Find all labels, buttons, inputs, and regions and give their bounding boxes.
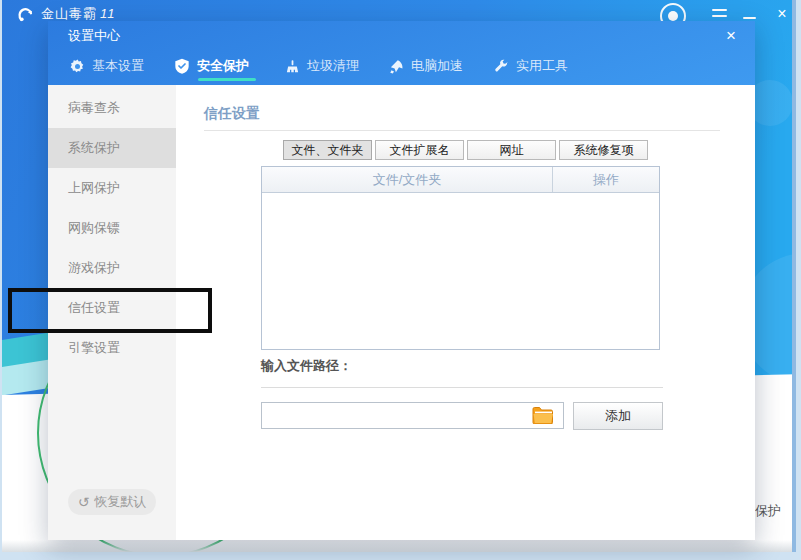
tab-basic-settings[interactable]: 基本设置: [70, 54, 144, 78]
wrench-icon: [494, 59, 509, 74]
app-logo-icon: [16, 5, 34, 23]
folder-icon[interactable]: [532, 407, 554, 424]
background-partial-text: 保护: [755, 502, 781, 520]
urls-button[interactable]: 网址: [467, 140, 556, 160]
gear-icon: [70, 59, 85, 74]
tab-label: 实用工具: [516, 57, 568, 75]
sidebar-item-system-protection[interactable]: 系统保护: [48, 128, 176, 168]
sidebar-item-internet-protection[interactable]: 上网保护: [48, 168, 176, 208]
tab-junk-cleanup[interactable]: 垃圾清理: [285, 54, 359, 78]
table-header-row: 文件/文件夹 操作: [262, 167, 659, 193]
trusted-items-table: 文件/文件夹 操作: [261, 166, 660, 350]
heading-divider: [204, 130, 720, 131]
sidebar-item-virus-scan[interactable]: 病毒查杀: [48, 88, 176, 128]
file-path-input[interactable]: [266, 404, 531, 427]
reset-icon: ↺: [78, 495, 90, 509]
tab-security-protection[interactable]: 安全保护: [174, 54, 249, 78]
column-header-file-folder: 文件/文件夹: [262, 167, 553, 192]
sidebar-item-engine-settings[interactable]: 引擎设置: [48, 328, 176, 368]
dialog-close-icon[interactable]: ×: [721, 26, 741, 46]
tab-label: 电脑加速: [411, 57, 463, 75]
sidebar-item-shopping-guard[interactable]: 网购保镖: [48, 208, 176, 248]
close-window-button[interactable]: ×: [772, 4, 792, 24]
sidebar: 病毒查杀 系统保护 上网保护 网购保镖 游戏保护 信任设置 引擎设置 ↺ 恢复默…: [48, 85, 176, 540]
trust-settings-panel: 信任设置 文件、文件夹 文件扩展名 网址 系统修复项 文件/文件夹 操作 输入文…: [176, 85, 755, 540]
settings-dialog: 设置中心 × 基本设置 安全保护: [48, 21, 755, 540]
window-bottom-fade: [2, 540, 796, 552]
main-menu-icon[interactable]: [712, 9, 727, 21]
system-repair-items-button[interactable]: 系统修复项: [559, 140, 648, 160]
tab-utilities[interactable]: 实用工具: [494, 54, 568, 78]
sidebar-item-game-protection[interactable]: 游戏保护: [48, 248, 176, 288]
dialog-header: 设置中心 × 基本设置 安全保护: [48, 21, 755, 85]
minimize-button[interactable]: [743, 17, 756, 19]
rocket-icon: [389, 59, 404, 74]
restore-defaults-label: 恢复默认: [94, 493, 146, 511]
shield-check-icon: [174, 58, 190, 74]
file-extensions-button[interactable]: 文件扩展名: [375, 140, 464, 160]
broom-icon: [285, 59, 300, 74]
column-header-operation: 操作: [553, 167, 659, 192]
tab-pc-speedup[interactable]: 电脑加速: [389, 54, 463, 78]
sidebar-item-trust-settings[interactable]: 信任设置: [48, 288, 176, 328]
file-path-field: [261, 402, 564, 429]
trust-type-buttons: 文件、文件夹 文件扩展名 网址 系统修复项: [283, 140, 648, 160]
tab-label: 基本设置: [92, 57, 144, 75]
window-edge: [792, 0, 796, 552]
restore-defaults-button[interactable]: ↺ 恢复默认: [68, 489, 156, 515]
add-button[interactable]: 添加: [573, 402, 663, 430]
table-body-empty: [262, 193, 659, 350]
file-path-label: 输入文件路径：: [261, 357, 352, 375]
active-tab-underline: [198, 78, 256, 81]
path-section-divider: [261, 387, 663, 388]
files-folders-button[interactable]: 文件、文件夹: [283, 140, 372, 160]
tab-label: 垃圾清理: [307, 57, 359, 75]
page-title: 信任设置: [204, 105, 260, 123]
dialog-title: 设置中心: [68, 27, 120, 45]
tab-label: 安全保护: [197, 57, 249, 75]
